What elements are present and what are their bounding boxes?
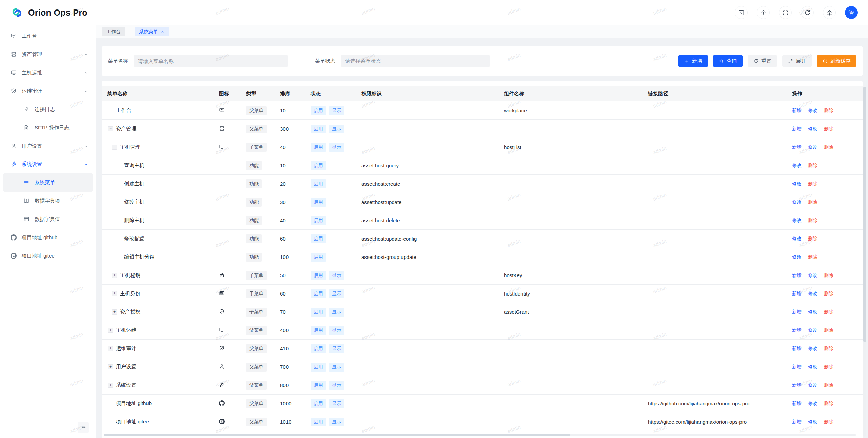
tab-2[interactable]: 系统菜单 (135, 27, 169, 36)
expand-row-icon[interactable]: + (108, 383, 113, 388)
add-row-link[interactable]: 新增 (792, 126, 802, 131)
edit-row-link[interactable]: 修改 (808, 364, 817, 369)
edit-row-link[interactable]: 修改 (808, 126, 817, 131)
delete-row-link[interactable]: 删除 (808, 181, 817, 186)
edit-row-link[interactable]: 修改 (792, 217, 802, 223)
edit-row-link[interactable]: 修改 (808, 291, 817, 296)
delete-row-link[interactable]: 删除 (824, 108, 833, 113)
add-row-link[interactable]: 新增 (792, 327, 802, 333)
sidebar-subitem-6-3[interactable]: 数据字典值 (0, 210, 96, 228)
reset-action-button[interactable]: 重置 (748, 55, 777, 67)
table-row: 项目地址 gitee父菜单1010启用显示https://gitee.com/l… (102, 413, 863, 431)
search-action-button[interactable]: 查询 (713, 55, 743, 67)
add-row-link[interactable]: 新增 (792, 291, 802, 296)
expand-row-icon[interactable]: + (108, 328, 113, 333)
edit-row-link[interactable]: 修改 (808, 108, 817, 113)
edit-row-link[interactable]: 修改 (792, 254, 802, 260)
edit-row-link[interactable]: 修改 (808, 346, 817, 351)
add-row-link[interactable]: 新增 (792, 364, 802, 369)
menu-link-cell: https://gitee.com/lijiahangmax/orion-ops… (643, 419, 787, 425)
delete-row-link[interactable]: 删除 (824, 272, 833, 278)
sidebar-item-1[interactable]: 工作台 (0, 27, 96, 45)
delete-row-link[interactable]: 删除 (808, 236, 817, 241)
delete-row-link[interactable]: 删除 (824, 364, 833, 369)
table-row: +主机身份子菜单60启用显示hostIdentity新增修改删除 (102, 285, 863, 303)
expand-row-icon[interactable]: + (112, 273, 117, 278)
delete-row-link[interactable]: 删除 (824, 419, 833, 424)
delete-row-link[interactable]: 删除 (824, 401, 833, 406)
menu-perm-cell: asset:host:update (356, 199, 498, 205)
horizontal-scrollbar[interactable] (104, 434, 856, 436)
edit-row-link[interactable]: 修改 (808, 401, 817, 406)
add-row-link[interactable]: 新增 (792, 108, 802, 113)
sidebar-collapse-button[interactable] (78, 422, 89, 433)
delete-row-link[interactable]: 删除 (808, 163, 817, 168)
collapse-row-icon[interactable]: − (108, 126, 113, 131)
delete-row-link[interactable]: 删除 (824, 291, 833, 296)
add-row-link[interactable]: 新增 (792, 346, 802, 351)
sidebar-item-3[interactable]: 主机运维 (0, 63, 96, 82)
delete-row-link[interactable]: 删除 (808, 199, 817, 205)
sidebar-item-4[interactable]: 运维审计 (0, 82, 96, 100)
sun-button[interactable] (757, 6, 770, 19)
menu-perm-cell: asset:host:query (356, 163, 498, 168)
delete-row-link[interactable]: 删除 (824, 309, 833, 315)
edit-row-link[interactable]: 修改 (808, 382, 817, 388)
sidebar-item-2[interactable]: 资产管理 (0, 45, 96, 63)
add-row-link[interactable]: 新增 (792, 382, 802, 388)
code-square-button[interactable] (735, 6, 748, 19)
edit-row-link[interactable]: 修改 (808, 309, 817, 315)
menu-name-cell: +主机运维 (102, 327, 214, 334)
close-icon[interactable] (161, 30, 164, 34)
menu-status-select[interactable]: 请选择菜单状态 (341, 55, 490, 67)
sidebar-item-7[interactable]: 项目地址 github (0, 228, 96, 247)
button-label: 新增 (692, 58, 702, 64)
gear-button[interactable] (823, 6, 836, 19)
sidebar-subitem-6-2[interactable]: 数据字典项 (0, 192, 96, 210)
add-row-link[interactable]: 新增 (792, 144, 802, 150)
vertical-scrollbar[interactable] (863, 87, 866, 437)
expand-row-icon[interactable]: + (108, 364, 113, 369)
delete-row-link[interactable]: 删除 (824, 346, 833, 351)
edit-row-link[interactable]: 修改 (808, 327, 817, 333)
delete-row-link[interactable]: 删除 (824, 382, 833, 388)
expand-row-icon[interactable]: + (112, 309, 117, 315)
edit-row-link[interactable]: 修改 (792, 163, 802, 168)
edit-row-link[interactable]: 修改 (792, 181, 802, 186)
sidebar-item-6[interactable]: 系统设置 (0, 155, 96, 173)
plus-action-button[interactable]: 新增 (678, 55, 708, 67)
sidebar-subitem-4-2[interactable]: SFTP 操作日志 (0, 118, 96, 137)
sidebar-item-8[interactable]: 项目地址 gitee (0, 247, 96, 265)
delete-row-link[interactable]: 删除 (824, 126, 833, 131)
add-row-link[interactable]: 新增 (792, 309, 802, 315)
fullscreen-button[interactable] (779, 6, 792, 19)
edit-row-link[interactable]: 修改 (808, 419, 817, 424)
add-row-link[interactable]: 新增 (792, 419, 802, 424)
expand-action-button[interactable]: 展开 (782, 55, 812, 67)
collapse-row-icon[interactable]: − (112, 145, 117, 150)
vertical-scrollbar-thumb[interactable] (863, 87, 866, 342)
add-row-link[interactable]: 新增 (792, 401, 802, 406)
edit-row-link[interactable]: 修改 (808, 144, 817, 150)
sidebar-subitem-4-1[interactable]: 连接日志 (0, 100, 96, 118)
add-row-link[interactable]: 新增 (792, 272, 802, 278)
horizontal-scrollbar-thumb[interactable] (104, 434, 570, 436)
cache-action-button[interactable]: 刷新缓存 (817, 55, 856, 67)
sidebar-item-5[interactable]: 用户设置 (0, 137, 96, 155)
refresh-button[interactable] (801, 6, 814, 19)
menu-name-cell: 删除主机 (102, 217, 214, 224)
table-row: 项目地址 github父菜单1000启用显示https://github.com… (102, 395, 863, 413)
user-avatar[interactable]: 管 (845, 6, 858, 19)
expand-row-icon[interactable]: + (112, 291, 117, 296)
edit-row-link[interactable]: 修改 (792, 236, 802, 241)
menu-name-input[interactable] (134, 55, 288, 67)
edit-row-link[interactable]: 修改 (792, 199, 802, 205)
delete-row-link[interactable]: 删除 (824, 327, 833, 333)
delete-row-link[interactable]: 删除 (808, 254, 817, 260)
expand-row-icon[interactable]: + (108, 346, 113, 351)
edit-row-link[interactable]: 修改 (808, 272, 817, 278)
delete-row-link[interactable]: 删除 (808, 217, 817, 223)
tab-1[interactable]: 工作台 (102, 27, 125, 36)
delete-row-link[interactable]: 删除 (824, 144, 833, 150)
sidebar-subitem-6-1[interactable]: 系统菜单 (3, 173, 93, 192)
